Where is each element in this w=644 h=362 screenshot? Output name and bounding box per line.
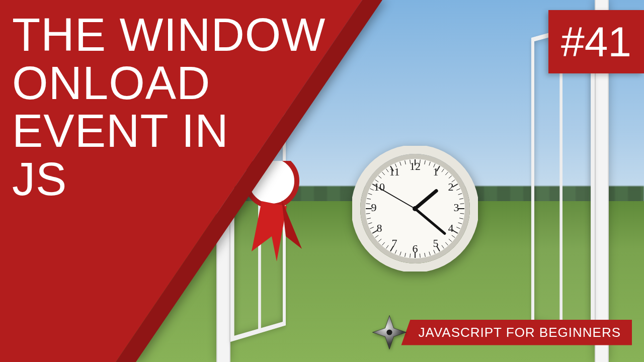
video-thumbnail: 121234567891011 THE WINDOW ONLOAD EVENT … (0, 0, 644, 362)
page-title: THE WINDOW ONLOAD EVENT IN JS (12, 11, 326, 204)
episode-number-badge: #41 (548, 10, 644, 73)
svg-text:4: 4 (448, 222, 454, 234)
episode-number: #41 (561, 18, 631, 66)
svg-text:1: 1 (433, 165, 439, 178)
svg-text:9: 9 (371, 201, 377, 214)
svg-point-82 (387, 329, 392, 335)
svg-text:3: 3 (454, 201, 459, 214)
title-line-1: THE WINDOW (12, 11, 326, 59)
svg-point-78 (413, 206, 418, 211)
title-line-4: JS (12, 155, 326, 204)
subtitle-ribbon: JAVASCRIPT FOR BEGINNERS (372, 315, 632, 350)
svg-text:8: 8 (377, 222, 382, 234)
title-line-3: EVENT IN (12, 107, 326, 155)
subtitle-text: JAVASCRIPT FOR BEGINNERS (401, 320, 632, 345)
svg-text:10: 10 (374, 180, 385, 193)
title-line-2: ONLOAD (12, 59, 326, 108)
clock-icon: 121234567891011 (352, 146, 478, 272)
ninja-star-icon (372, 315, 407, 350)
